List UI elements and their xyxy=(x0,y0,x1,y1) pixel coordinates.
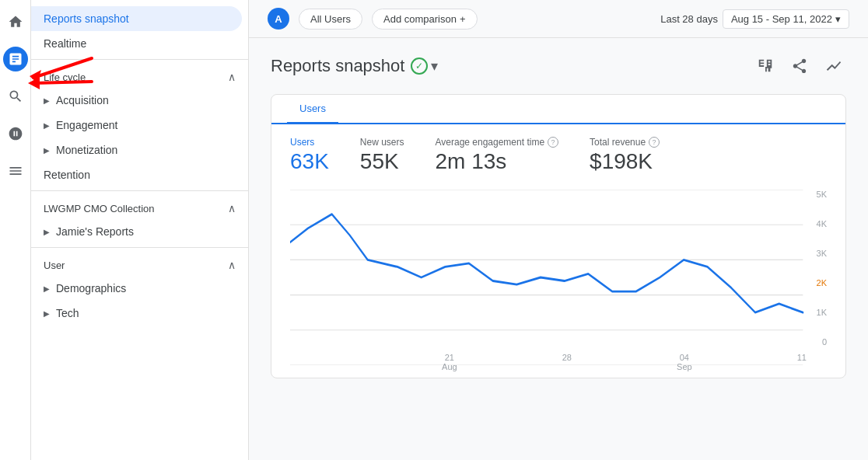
all-users-button[interactable]: All Users xyxy=(299,9,362,30)
y-label-5k: 5K xyxy=(817,190,827,199)
title-actions xyxy=(753,54,846,78)
sidebar-item-label: Engagement xyxy=(56,119,117,131)
dropdown-icon: ▾ xyxy=(835,13,841,25)
date-range-button[interactable]: Aug 15 - Sep 11, 2022 ▾ xyxy=(723,9,849,29)
content-area: Reports snapshot ✓ ▾ xyxy=(249,38,868,394)
sidebar-item-acquisition[interactable]: ▶ Acquisition xyxy=(31,88,242,113)
metric-new-users-value: 55K xyxy=(360,149,404,174)
lwgmp-section-label: LWGMP CMO Collection xyxy=(44,203,155,214)
sidebar-item-reports-snapshot[interactable]: Reports snapshot xyxy=(31,6,242,31)
y-label-0: 0 xyxy=(822,337,827,347)
sidebar-item-retention[interactable]: Retention xyxy=(31,162,242,187)
sidebar-item-label: Realtime xyxy=(44,37,86,50)
metric-new-users-label: New users xyxy=(360,137,404,148)
sidebar-divider xyxy=(31,59,248,60)
sidebar-item-jamies-reports[interactable]: ▶ Jamie's Reports xyxy=(31,219,242,244)
date-range-prefix: Last 28 days xyxy=(660,13,718,25)
line-chart xyxy=(290,190,827,365)
user-badge: A xyxy=(268,8,289,30)
metric-engagement-value: 2m 13s xyxy=(436,149,559,174)
x-label-21-aug: 21 Aug xyxy=(442,353,457,371)
engagement-help-icon[interactable]: ? xyxy=(548,137,558,148)
revenue-help-icon[interactable]: ? xyxy=(649,137,660,148)
x-label-04-sep: 04 Sep xyxy=(677,353,692,371)
y-label-3k: 3K xyxy=(817,249,827,258)
sidebar-item-label: Acquisition xyxy=(56,94,109,106)
main-content: A All Users Add comparison + Last 28 day… xyxy=(249,0,868,460)
lifecycle-section-label: Life cycle xyxy=(44,71,86,83)
sidebar-item-demographics[interactable]: ▶ Demographics xyxy=(31,276,242,301)
date-range-label: Aug 15 - Sep 11, 2022 xyxy=(731,13,832,25)
title-status[interactable]: ✓ ▾ xyxy=(411,57,438,75)
page-title: Reports snapshot xyxy=(271,56,404,76)
x-axis-labels: 21 Aug 28 04 Sep 11 xyxy=(290,353,807,371)
sidebar-item-monetization[interactable]: ▶ Monetization xyxy=(31,138,242,162)
metric-engagement-label: Average engagement time ? xyxy=(436,137,559,148)
lwgmp-chevron-up: ∧ xyxy=(228,202,236,214)
acquisition-chevron: ▶ xyxy=(44,96,50,105)
share-icon[interactable] xyxy=(787,54,812,78)
jamies-reports-chevron: ▶ xyxy=(44,228,50,236)
metric-users: Users 63K xyxy=(290,137,329,174)
title-check-badge: ✓ xyxy=(411,57,428,75)
sidebar-divider-3 xyxy=(31,247,248,248)
user-section-label: User xyxy=(44,260,65,271)
stats-tab-bar: Users xyxy=(271,95,845,124)
monetization-chevron: ▶ xyxy=(44,146,50,155)
sidebar-item-label: Tech xyxy=(56,307,79,319)
lifecycle-section-header[interactable]: Life cycle ∧ xyxy=(31,63,248,88)
check-icon: ✓ xyxy=(415,61,423,71)
topbar: A All Users Add comparison + Last 28 day… xyxy=(249,0,868,38)
metric-revenue: Total revenue ? $198K xyxy=(590,137,660,174)
tech-chevron: ▶ xyxy=(44,309,50,318)
y-label-1k: 1K xyxy=(817,308,827,317)
add-comparison-label: Add comparison xyxy=(383,13,457,25)
metric-revenue-value: $198K xyxy=(590,149,660,174)
metric-engagement: Average engagement time ? 2m 13s xyxy=(436,137,559,174)
reports-icon[interactable] xyxy=(3,47,28,71)
metric-users-value: 63K xyxy=(290,149,329,174)
chart-icon[interactable] xyxy=(821,54,846,78)
icon-rail xyxy=(0,0,31,460)
metric-revenue-label: Total revenue ? xyxy=(590,137,660,148)
user-section-header[interactable]: User ∧ xyxy=(31,251,248,276)
stats-metrics: Users 63K New users 55K Average engageme… xyxy=(271,124,845,183)
sidebar-item-engagement[interactable]: ▶ Engagement xyxy=(31,113,242,138)
stats-tab-users[interactable]: Users xyxy=(287,95,338,124)
explore-icon[interactable] xyxy=(3,84,28,109)
content-title-row: Reports snapshot ✓ ▾ xyxy=(271,54,846,78)
y-label-2k: 2K xyxy=(817,278,827,288)
x-label-start xyxy=(290,353,337,371)
topbar-right: Last 28 days Aug 15 - Sep 11, 2022 ▾ xyxy=(660,9,849,29)
stats-tab-label: Users xyxy=(299,103,326,114)
table-icon[interactable] xyxy=(753,54,778,78)
title-dropdown-chevron: ▾ xyxy=(431,57,438,75)
sidebar-item-tech[interactable]: ▶ Tech xyxy=(31,301,242,326)
chart-area: 5K 4K 3K 2K 1K 0 21 Aug 28 04 xyxy=(271,183,845,378)
y-axis-labels: 5K 4K 3K 2K 1K 0 xyxy=(817,190,827,347)
user-chevron-up: ∧ xyxy=(228,259,236,271)
home-icon[interactable] xyxy=(3,9,28,34)
add-comparison-plus-icon: + xyxy=(460,13,466,25)
demographics-chevron: ▶ xyxy=(44,284,50,293)
add-comparison-button[interactable]: Add comparison + xyxy=(372,9,478,30)
stats-card: Users Users 63K New users 55K Average en… xyxy=(271,94,846,378)
configure-icon[interactable] xyxy=(3,159,28,183)
content-title: Reports snapshot ✓ ▾ xyxy=(271,56,438,76)
metric-new-users: New users 55K xyxy=(360,137,404,174)
topbar-left: A All Users Add comparison + xyxy=(268,8,478,30)
lwgmp-section-header[interactable]: LWGMP CMO Collection ∧ xyxy=(31,194,248,219)
sidebar: Reports snapshot Realtime Life cycle ∧ ▶… xyxy=(31,0,249,460)
sidebar-item-label: Demographics xyxy=(56,282,126,294)
all-users-label: All Users xyxy=(310,13,351,25)
advertising-icon[interactable] xyxy=(3,121,28,146)
sidebar-item-label: Retention xyxy=(44,169,90,181)
sidebar-item-label: Reports snapshot xyxy=(44,12,129,25)
sidebar-divider-2 xyxy=(31,190,248,191)
sidebar-item-label: Jamie's Reports xyxy=(56,225,134,238)
sidebar-item-realtime[interactable]: Realtime xyxy=(31,31,242,56)
y-label-4k: 4K xyxy=(817,219,827,228)
x-label-28: 28 xyxy=(562,353,572,371)
x-label-11: 11 xyxy=(797,353,807,371)
metric-users-label: Users xyxy=(290,137,329,148)
